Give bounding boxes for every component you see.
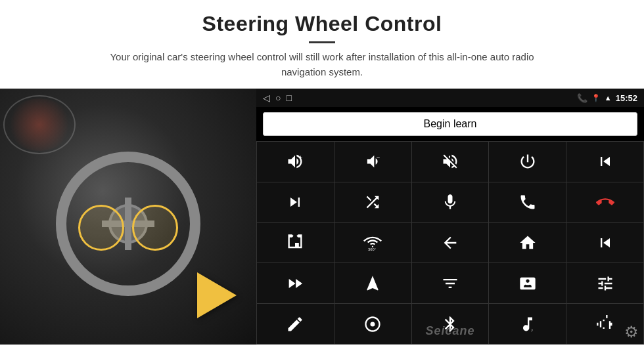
arrow-indicator bbox=[197, 272, 237, 318]
begin-learn-row: Begin learn bbox=[256, 107, 644, 141]
hang-up-cell[interactable] bbox=[566, 182, 643, 222]
settings-area: ⚙ bbox=[624, 323, 639, 341]
phone-status-icon: 📞 bbox=[577, 93, 587, 103]
page-subtitle: Your original car's steering wheel contr… bbox=[92, 50, 552, 79]
right-button-circle bbox=[132, 205, 178, 251]
360view-cell[interactable]: 360° bbox=[334, 223, 411, 263]
location-icon: 📍 bbox=[591, 94, 601, 102]
content-area: ◁ ○ □ 📞 📍 ▲ 15:52 Begin learn + − bbox=[0, 89, 644, 345]
svg-text:360°: 360° bbox=[368, 247, 376, 251]
watermark: Seicane bbox=[425, 324, 474, 338]
page-header: Steering Wheel Control Your original car… bbox=[0, 0, 644, 86]
settings-gear-icon[interactable]: ⚙ bbox=[624, 323, 639, 341]
skip-next-cell[interactable] bbox=[257, 182, 334, 222]
vol-down-cell[interactable]: − bbox=[334, 142, 411, 182]
skip-prev-cell[interactable] bbox=[566, 223, 643, 263]
back-nav-icon[interactable]: ◁ bbox=[263, 93, 270, 103]
fast-fwd-cell[interactable] bbox=[257, 263, 334, 303]
begin-learn-button[interactable]: Begin learn bbox=[263, 112, 637, 136]
shuffle-cell[interactable] bbox=[334, 182, 411, 222]
status-right-icons: 📞 📍 ▲ 15:52 bbox=[577, 93, 637, 103]
settings-sliders-cell[interactable] bbox=[566, 263, 643, 303]
car-ui-panel: ◁ ○ □ 📞 📍 ▲ 15:52 Begin learn + − bbox=[256, 89, 644, 345]
mic-cell[interactable] bbox=[412, 182, 489, 222]
left-button-circle bbox=[78, 205, 124, 251]
svg-text:−: − bbox=[377, 154, 380, 161]
svg-point-3 bbox=[371, 322, 375, 326]
status-time: 15:52 bbox=[616, 93, 637, 103]
navigate-cell[interactable] bbox=[334, 263, 411, 303]
svg-text:+: + bbox=[299, 154, 302, 161]
vol-mute-cell[interactable] bbox=[412, 142, 489, 182]
pen-cell[interactable] bbox=[257, 304, 334, 344]
page-title: Steering Wheel Control bbox=[26, 12, 618, 36]
steering-wheel bbox=[56, 152, 200, 296]
title-divider bbox=[309, 41, 335, 43]
back-cell[interactable] bbox=[412, 223, 489, 263]
status-nav-icons: ◁ ○ □ bbox=[263, 93, 292, 103]
prev-track-cell[interactable] bbox=[566, 142, 643, 182]
signal-icon: ▲ bbox=[605, 94, 612, 102]
recent-nav-icon[interactable]: □ bbox=[286, 93, 291, 103]
car-image-panel bbox=[0, 89, 256, 345]
vol-up-cell[interactable]: + bbox=[257, 142, 334, 182]
power-cell[interactable] bbox=[489, 142, 566, 182]
media-cell[interactable] bbox=[489, 263, 566, 303]
svg-text:♪: ♪ bbox=[530, 327, 533, 331]
camera-cell[interactable] bbox=[257, 223, 334, 263]
phone-cell[interactable] bbox=[489, 182, 566, 222]
home-cell[interactable] bbox=[489, 223, 566, 263]
radio-cell[interactable] bbox=[334, 304, 411, 344]
home-nav-icon[interactable]: ○ bbox=[275, 93, 281, 103]
icon-grid: + − bbox=[256, 141, 644, 345]
music-cell[interactable]: ♪ bbox=[489, 304, 566, 344]
status-bar: ◁ ○ □ 📞 📍 ▲ 15:52 bbox=[256, 89, 644, 107]
equalizer-cell[interactable] bbox=[412, 263, 489, 303]
